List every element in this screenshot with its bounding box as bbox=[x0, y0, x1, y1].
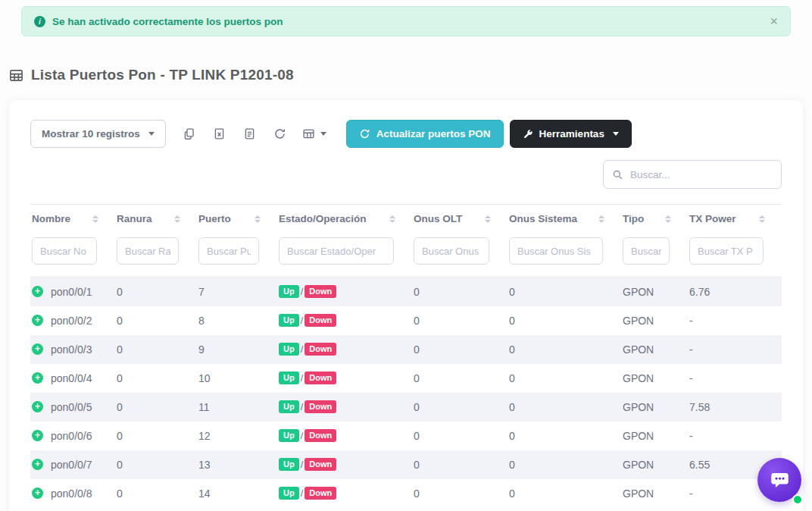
badge-separator: / bbox=[301, 430, 304, 441]
column-header-ranura[interactable]: Ranura bbox=[115, 205, 197, 234]
filter-puerto-input[interactable] bbox=[198, 237, 259, 265]
status-up-badge[interactable]: Up bbox=[279, 285, 299, 298]
cell-puerto: 10 bbox=[197, 364, 277, 393]
status-down-badge[interactable]: Down bbox=[304, 371, 336, 384]
cell-onus-olt: 0 bbox=[412, 422, 508, 450]
excel-icon[interactable] bbox=[207, 121, 233, 147]
info-icon: i bbox=[34, 16, 45, 27]
filter-onus-olt-input[interactable] bbox=[414, 237, 489, 265]
column-header-nombre[interactable]: Nombre bbox=[30, 205, 115, 234]
status-up-badge[interactable]: Up bbox=[279, 487, 299, 500]
status-down-badge[interactable]: Down bbox=[304, 429, 336, 442]
cell-tipo: GPON bbox=[621, 306, 688, 335]
column-header-estado-operacion[interactable]: Estado/Operación bbox=[277, 205, 412, 234]
cell-tipo: GPON bbox=[621, 393, 688, 422]
status-up-badge[interactable]: Up bbox=[279, 400, 299, 413]
status-down-badge[interactable]: Down bbox=[304, 487, 336, 500]
expand-row-icon[interactable] bbox=[32, 487, 43, 499]
search-input[interactable] bbox=[630, 169, 773, 180]
search-row bbox=[30, 160, 782, 189]
filter-onus-sistema-input[interactable] bbox=[509, 237, 603, 265]
column-header-tipo[interactable]: Tipo bbox=[621, 205, 688, 234]
badge-separator: / bbox=[301, 343, 304, 355]
status-up-badge[interactable]: Up bbox=[279, 371, 299, 384]
status-down-badge[interactable]: Down bbox=[304, 343, 336, 356]
filter-nombre-input[interactable] bbox=[32, 237, 97, 265]
filter-ranura-input[interactable] bbox=[117, 237, 179, 265]
expand-row-icon[interactable] bbox=[32, 286, 43, 297]
column-label: Estado/Operación bbox=[279, 213, 367, 224]
sort-icon[interactable] bbox=[598, 215, 617, 223]
file-text-icon[interactable] bbox=[237, 121, 263, 147]
cell-ranura: 0 bbox=[115, 479, 197, 508]
table-icon bbox=[9, 68, 23, 83]
port-name: pon0/0/5 bbox=[51, 401, 92, 413]
cell-ranura: 0 bbox=[115, 364, 197, 393]
filter-tipo-input[interactable] bbox=[623, 237, 670, 265]
expand-row-icon[interactable] bbox=[32, 372, 43, 384]
port-name: pon0/0/4 bbox=[51, 372, 92, 384]
cell-puerto: 14 bbox=[197, 479, 277, 508]
column-header-onus-sistema[interactable]: Onus Sistema bbox=[508, 205, 621, 234]
cell-onus-olt: 0 bbox=[412, 335, 508, 364]
expand-row-icon[interactable] bbox=[32, 401, 43, 412]
cell-onus-olt: 0 bbox=[412, 364, 508, 393]
cell-ranura: 0 bbox=[115, 422, 197, 450]
expand-row-icon[interactable] bbox=[32, 315, 43, 326]
column-header-puerto[interactable]: Puerto bbox=[197, 205, 277, 234]
cell-ranura: 0 bbox=[115, 306, 197, 335]
sort-icon[interactable] bbox=[174, 215, 192, 223]
table-row: pon0/0/2 0 8 Up/Down 0 0 GPON - bbox=[30, 306, 782, 335]
cell-tx-power: 7.58 bbox=[688, 393, 782, 422]
cell-puerto: 8 bbox=[197, 306, 277, 335]
refresh-pon-ports-button[interactable]: Actualizar puertos PON bbox=[346, 120, 504, 148]
sort-icon[interactable] bbox=[92, 215, 111, 223]
expand-row-icon[interactable] bbox=[32, 343, 43, 355]
sort-icon[interactable] bbox=[485, 215, 503, 223]
badge-separator: / bbox=[301, 401, 304, 412]
status-up-badge[interactable]: Up bbox=[279, 429, 299, 442]
badge-separator: / bbox=[301, 372, 304, 384]
sort-icon[interactable] bbox=[665, 215, 683, 223]
filter-tx-power-input[interactable] bbox=[689, 237, 764, 265]
status-up-badge[interactable]: Up bbox=[279, 343, 299, 356]
status-down-badge[interactable]: Down bbox=[304, 458, 336, 471]
copy-icon[interactable] bbox=[176, 121, 202, 147]
filter-estado-input[interactable] bbox=[279, 237, 394, 265]
expand-row-icon[interactable] bbox=[32, 430, 43, 441]
tools-dropdown-button[interactable]: Herramientas bbox=[510, 120, 632, 148]
status-up-badge[interactable]: Up bbox=[279, 314, 299, 327]
cell-tipo: GPON bbox=[621, 479, 688, 508]
expand-row-icon[interactable] bbox=[32, 459, 43, 470]
sort-icon[interactable] bbox=[255, 215, 273, 223]
page-header: Lista Puertos Pon - TP LINK P1201-08 bbox=[9, 67, 812, 83]
column-filter-row bbox=[30, 233, 782, 277]
column-label: Nombre bbox=[32, 213, 70, 224]
show-records-dropdown[interactable]: Mostrar 10 registros bbox=[30, 120, 166, 148]
column-header-onus-olt[interactable]: Onus OLT bbox=[412, 205, 508, 234]
cell-onus-olt: 0 bbox=[412, 277, 508, 306]
cell-puerto: 13 bbox=[197, 450, 277, 479]
status-up-badge[interactable]: Up bbox=[279, 458, 299, 471]
cell-onus-sistema: 0 bbox=[508, 335, 621, 364]
status-down-badge[interactable]: Down bbox=[304, 314, 336, 327]
column-label: Ranura bbox=[117, 213, 152, 224]
column-label: Onus OLT bbox=[414, 213, 462, 224]
refresh-icon[interactable] bbox=[267, 121, 293, 147]
sort-icon[interactable] bbox=[759, 215, 777, 223]
sort-icon[interactable] bbox=[389, 215, 408, 223]
status-down-badge[interactable]: Down bbox=[304, 285, 336, 298]
cell-tx-power: 6.76 bbox=[688, 277, 782, 306]
column-header-tx-power[interactable]: TX Power bbox=[688, 205, 782, 234]
table-row: pon0/0/3 0 9 Up/Down 0 0 GPON - bbox=[30, 335, 782, 364]
refresh-pon-label: Actualizar puertos PON bbox=[376, 128, 491, 140]
status-down-badge[interactable]: Down bbox=[304, 400, 336, 413]
cell-onus-sistema: 0 bbox=[508, 393, 621, 422]
badge-separator: / bbox=[301, 459, 304, 470]
close-icon[interactable]: × bbox=[770, 14, 778, 28]
column-visibility-icon[interactable] bbox=[298, 121, 331, 147]
alert-message: Se han activado correctamente los puerto… bbox=[52, 16, 283, 27]
cell-onus-olt: 0 bbox=[412, 479, 508, 508]
pon-ports-table: Nombre Ranura Puerto Estado/Operación On… bbox=[30, 204, 782, 508]
column-label: Onus Sistema bbox=[509, 213, 577, 224]
